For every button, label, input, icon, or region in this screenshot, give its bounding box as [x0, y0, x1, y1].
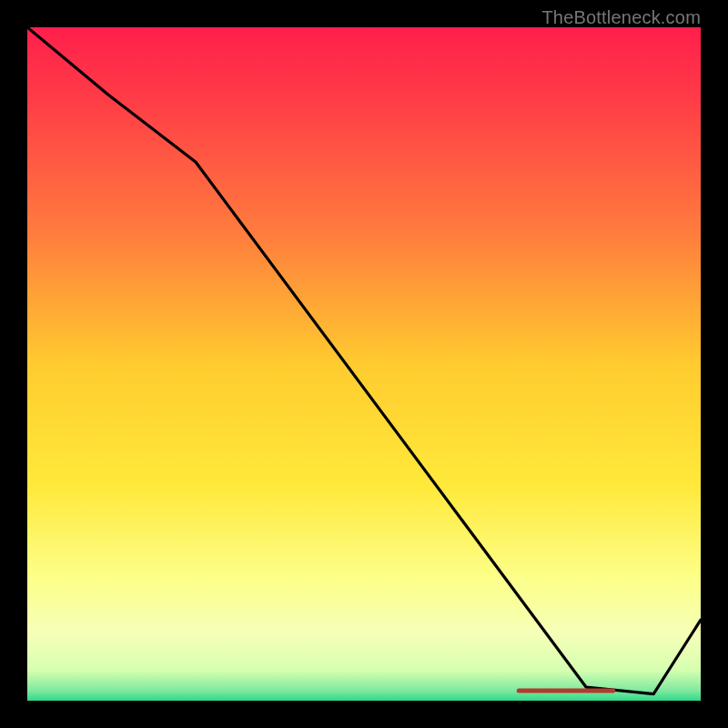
plot-area — [27, 27, 701, 701]
gradient-background — [27, 27, 701, 701]
chart-frame: TheBottleneck.com — [0, 0, 728, 728]
watermark-text: TheBottleneck.com — [541, 7, 701, 28]
chart-svg — [27, 27, 701, 701]
